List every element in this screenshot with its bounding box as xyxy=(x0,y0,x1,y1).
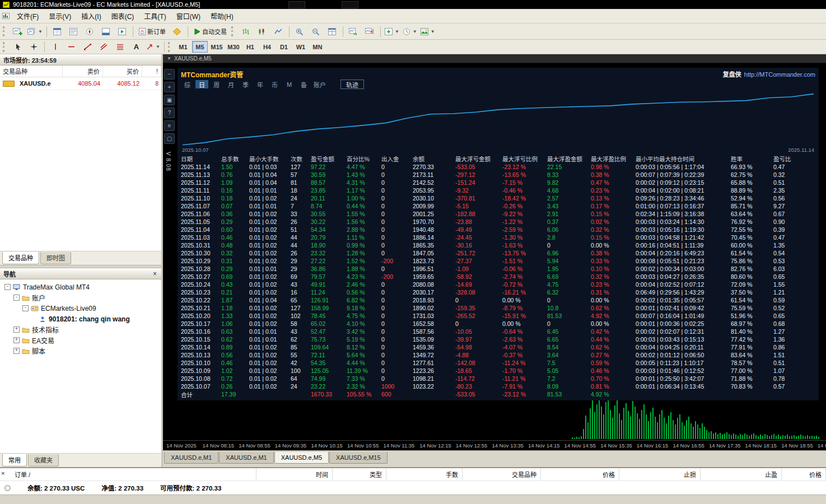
data-window-button[interactable] xyxy=(66,25,82,38)
window-control[interactable] xyxy=(342,1,358,8)
navigator-button[interactable] xyxy=(82,25,98,38)
panel-tab[interactable]: 周 xyxy=(210,80,223,88)
metaeditor-button[interactable] xyxy=(169,25,185,38)
market-watch-tab[interactable]: 即时图 xyxy=(40,252,71,264)
timeframe-h4[interactable]: H4 xyxy=(259,41,275,53)
navigator-item[interactable]: -TradeMax Global MT4 xyxy=(1,282,160,292)
navigator-item[interactable]: -ECMarkets-Live09 xyxy=(1,303,160,314)
navigator-item[interactable]: 9018201: chang qin wang xyxy=(1,314,160,324)
panel-tab[interactable]: 备 xyxy=(297,80,310,88)
navigator-tab[interactable]: 收藏夹 xyxy=(28,454,59,466)
panel-tab[interactable]: 综 xyxy=(181,80,194,88)
terminal-button[interactable] xyxy=(98,25,114,38)
tree-expander-icon[interactable]: - xyxy=(4,284,11,290)
menu-item[interactable]: 窗口(W) xyxy=(171,9,206,23)
toolbar-grip[interactable] xyxy=(168,42,172,52)
navigator-item[interactable]: +EA交易 xyxy=(1,335,160,346)
chart-tab[interactable]: XAUUSD.e,M15 xyxy=(329,452,387,464)
tree-expander-icon[interactable]: - xyxy=(13,295,20,301)
trendline-button[interactable] xyxy=(80,40,96,53)
chart-window-icon[interactable] xyxy=(2,13,10,20)
text-tool-button[interactable]: A xyxy=(128,40,144,53)
window-icon[interactable]: ▢ xyxy=(164,133,175,144)
chart-tab[interactable]: XAUUSD.e,M1 xyxy=(164,452,218,464)
menu-item[interactable]: 图表(C) xyxy=(106,9,139,23)
menu-item[interactable]: 文件(F) xyxy=(12,9,44,23)
watermark-url[interactable]: http://MTCommander.com xyxy=(744,71,815,78)
indicators-button[interactable]: ▼ xyxy=(383,25,401,38)
chart-tab[interactable]: XAUUSD.e,M5 xyxy=(274,452,329,464)
window-control[interactable] xyxy=(288,1,305,8)
column-spread[interactable]: ! xyxy=(142,66,161,77)
market-watch-tab[interactable]: 交易品种 xyxy=(2,252,39,264)
templates-button[interactable]: ▼ xyxy=(419,25,437,38)
column-bid[interactable]: 卖价 xyxy=(63,66,103,77)
timeframe-mn[interactable]: MN xyxy=(310,41,325,53)
vertical-line-button[interactable] xyxy=(47,40,63,53)
timeframe-m5[interactable]: M5 xyxy=(192,41,208,53)
arrows-tool-button[interactable]: ▼ xyxy=(144,40,162,53)
menu-item[interactable]: 工具(T) xyxy=(139,9,171,23)
tile-windows-button[interactable] xyxy=(324,25,340,38)
tree-expander-icon[interactable]: + xyxy=(13,337,20,343)
timeframe-h1[interactable]: H1 xyxy=(242,41,258,53)
menu-item[interactable]: 插入(I) xyxy=(76,9,106,23)
menu-icon[interactable]: ≡ xyxy=(164,120,175,131)
auto-scroll-button[interactable] xyxy=(346,25,362,38)
crosshair-button[interactable] xyxy=(26,40,42,53)
panel-tab[interactable]: 币 xyxy=(268,80,281,88)
close-icon[interactable]: × xyxy=(152,270,158,278)
navigator-header[interactable]: 导航 × xyxy=(0,268,161,279)
help-icon[interactable]: ? xyxy=(164,108,175,118)
move-icon[interactable]: + xyxy=(164,82,175,92)
toolbar-grip[interactable] xyxy=(3,42,7,52)
navigator-item[interactable]: +技术指标 xyxy=(1,324,160,335)
panel-tab[interactable]: M xyxy=(283,80,296,88)
market-watch-button[interactable] xyxy=(49,25,66,38)
periods-button[interactable]: ▼ xyxy=(401,25,419,38)
profiles-button[interactable]: ▼ xyxy=(26,25,44,38)
column-symbol[interactable]: 交易品种 xyxy=(0,66,63,77)
fibonacci-button[interactable] xyxy=(112,40,128,53)
horizontal-line-button[interactable] xyxy=(63,40,80,53)
zoom-out-button[interactable] xyxy=(308,25,324,38)
panel-tab[interactable]: 年 xyxy=(254,80,267,88)
new-chart-button[interactable] xyxy=(10,25,26,38)
chart-canvas[interactable]: −+▣?≡▢ V 8.08 MTCommander资管 复盘侠http://MT… xyxy=(163,63,826,440)
panel-tab[interactable]: 季 xyxy=(239,80,252,88)
timeframe-m15[interactable]: M15 xyxy=(209,41,225,53)
column-ask[interactable]: 买价 xyxy=(103,66,142,77)
cursor-button[interactable] xyxy=(10,40,26,53)
new-order-button[interactable]: 新订单 xyxy=(136,25,169,38)
navigator-item[interactable]: +脚本 xyxy=(1,346,160,356)
candlestick-chart-button[interactable] xyxy=(254,25,270,38)
bar-chart-button[interactable] xyxy=(238,25,254,38)
toolbar-grip[interactable] xyxy=(231,26,236,36)
navigator-tab[interactable]: 常用 xyxy=(2,454,27,466)
chart-window-titlebar[interactable]: ▼ XAUUSD.e,M5 xyxy=(163,54,826,63)
terminal-close-icon[interactable]: × xyxy=(1,470,4,477)
line-chart-button[interactable] xyxy=(270,25,287,38)
panel-tab[interactable]: 账户 xyxy=(312,80,328,88)
channel-button[interactable] xyxy=(96,40,112,53)
tree-expander-icon[interactable]: - xyxy=(22,305,29,311)
tree-expander-icon[interactable]: + xyxy=(13,326,20,333)
time-axis[interactable]: 14 Nov 202514 Nov 08:1514 Nov 08:5514 No… xyxy=(163,440,826,450)
menu-item[interactable]: 显示(V) xyxy=(44,9,76,23)
chart-tab[interactable]: XAUUSD.e,M1 xyxy=(219,452,273,464)
chart-shift-button[interactable] xyxy=(362,25,378,38)
market-watch-header[interactable]: 市场报价: 23:54:59 xyxy=(0,54,161,66)
panel-tab[interactable]: 月 xyxy=(225,80,237,88)
tree-expander-icon[interactable]: + xyxy=(13,348,20,354)
zoom-in-button[interactable] xyxy=(292,25,308,38)
strategy-tester-button[interactable] xyxy=(114,25,130,38)
timeframe-m1[interactable]: M1 xyxy=(175,41,191,53)
symbol-row[interactable]: XAUUSD.e 4085.04 4085.12 8 xyxy=(0,77,161,90)
menu-item[interactable]: 帮助(H) xyxy=(206,9,239,23)
timeframe-m30[interactable]: M30 xyxy=(226,41,241,53)
timeframe-d1[interactable]: D1 xyxy=(276,41,292,53)
track-button[interactable]: 轨迹 xyxy=(340,80,364,89)
navigator-item[interactable]: -账户 xyxy=(1,292,160,303)
toolbar-grip[interactable] xyxy=(3,26,7,36)
autotrading-button[interactable]: 自动交易 xyxy=(190,25,230,38)
